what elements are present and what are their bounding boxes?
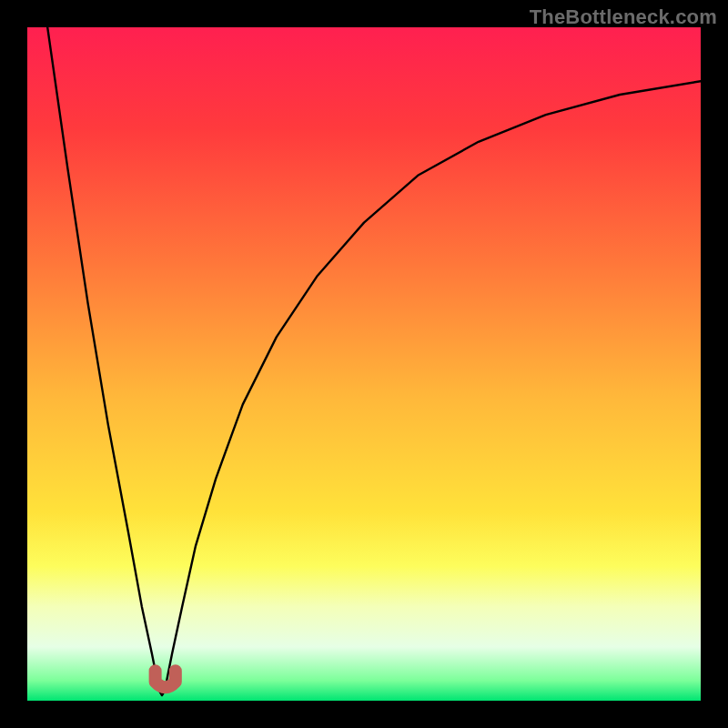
chart-svg	[27, 27, 701, 701]
watermark-text: TheBottleneck.com	[530, 5, 717, 29]
plot-area	[27, 27, 701, 701]
gradient-background	[27, 27, 701, 701]
chart-frame: TheBottleneck.com	[0, 0, 728, 728]
